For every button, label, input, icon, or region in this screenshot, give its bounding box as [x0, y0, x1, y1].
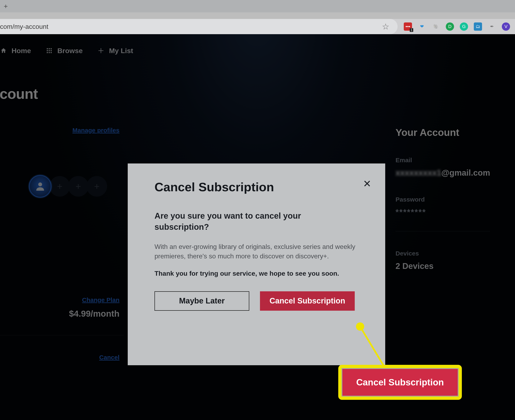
evernote-icon[interactable]: 🐘 [432, 22, 440, 31]
browser-tab-strip: + [0, 0, 515, 19]
maybe-later-button[interactable]: Maybe Later [154, 291, 249, 311]
lastpass-icon[interactable]: •••1 [404, 22, 412, 31]
address-bar[interactable]: com/my-account ☆ [0, 19, 398, 34]
modal-question: Are you sure you want to cancel your sub… [154, 210, 336, 232]
feather-icon[interactable]: ✒ [488, 22, 496, 31]
blue-drop-icon[interactable]: ❤ [418, 22, 426, 31]
modal-body: With an ever-growing library of original… [154, 242, 356, 261]
v-circle-icon[interactable]: V [502, 22, 510, 31]
extension-badge: 1 [410, 28, 413, 32]
bookmark-star-icon[interactable]: ☆ [382, 22, 389, 31]
close-icon[interactable]: ✕ [363, 178, 371, 189]
annotation-callout: Cancel Subscription [338, 365, 462, 400]
cancel-subscription-button[interactable]: Cancel Subscription [260, 291, 355, 311]
folder-icon[interactable]: 🗂 [474, 22, 482, 31]
modal-title: Cancel Subscription [154, 180, 358, 194]
extension-icons-row: •••1❤🐘DG🗂✒V [398, 22, 510, 31]
cancel-subscription-modal: ✕ Cancel Subscription Are you sure you w… [128, 164, 385, 365]
modal-thanks: Thank you for trying our service, we hop… [154, 270, 358, 277]
d-circle-icon[interactable]: D [446, 22, 454, 31]
annotation-callout-label: Cancel Subscription [356, 377, 444, 388]
annotation-callout-button[interactable]: Cancel Subscription [341, 368, 459, 397]
browser-toolbar: com/my-account ☆ •••1❤🐘DG🗂✒V [0, 19, 515, 34]
new-tab-plus-icon[interactable]: + [4, 2, 8, 10]
url-text: com/my-account [0, 23, 48, 30]
grammarly-icon[interactable]: G [460, 22, 468, 31]
